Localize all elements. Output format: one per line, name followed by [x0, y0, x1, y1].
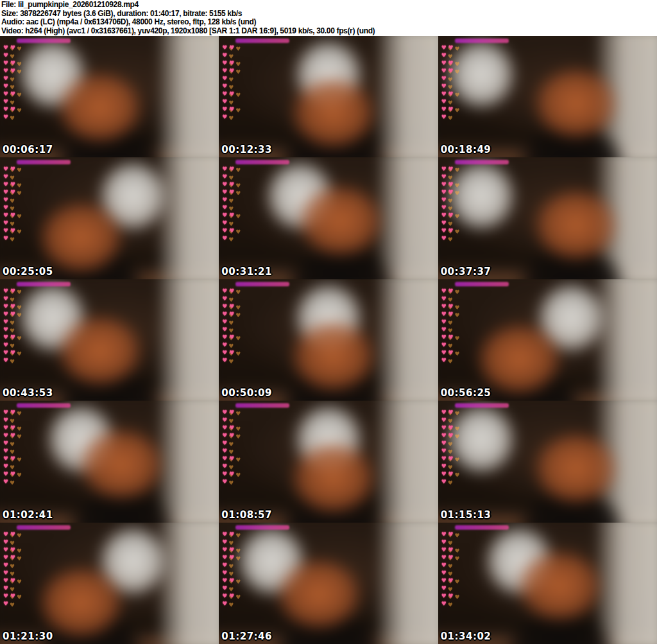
thumbnail-abstract-frame: [0, 523, 219, 644]
stream-title-overlay: [17, 282, 71, 286]
video-thumbnail[interactable]: ♥ ♥ ♥ ♥ ♥ ♥ ♥ ♥ ♥ ♥ ♥ ♥ ♥ ♥ ♥ 01:21:30: [0, 523, 219, 644]
size-info-line: Size: 3878226747 bytes (3.6 GiB), durati…: [1, 10, 657, 19]
timestamp-overlay: 01:02:41: [3, 509, 53, 521]
thumbnail-abstract-frame: [438, 36, 657, 157]
timestamp-overlay: 01:27:46: [221, 631, 272, 642]
timestamp-overlay: 00:50:09: [221, 387, 272, 399]
thumbnail-grid: ♥ ♥ ♥ ♥ ♥ ♥ ♥ ♥ ♥ ♥ ♥ ♥ ♥ ♥ ♥ 00:06:17 ♥…: [0, 36, 657, 644]
video-thumbnail[interactable]: ♥ ♥ ♥ ♥ ♥ ♥ ♥ ♥ ♥ ♥ ♥ ♥ ♥ ♥ ♥ 00:06:17: [0, 36, 219, 157]
timestamp-overlay: 00:56:25: [441, 387, 491, 399]
video-info-line: Video: h264 (High) (avc1 / 0x31637661), …: [1, 27, 657, 36]
stream-title-overlay: [235, 403, 289, 408]
file-info-line: File: lil_pumpkinpie_202601210928.mp4: [1, 1, 657, 10]
media-info-header: File: lil_pumpkinpie_202601210928.mp4 Si…: [0, 0, 657, 36]
video-thumbnail[interactable]: ♥ ♥ ♥ ♥ ♥ ♥ ♥ ♥ ♥ ♥ ♥ ♥ ♥ ♥ ♥ 01:15:13: [438, 401, 657, 522]
video-thumbnail[interactable]: ♥ ♥ ♥ ♥ ♥ ♥ ♥ ♥ ♥ ♥ ♥ ♥ ♥ ♥ ♥ 00:50:09: [219, 279, 438, 401]
timestamp-overlay: 00:37:37: [441, 266, 491, 277]
stream-title-overlay: [17, 403, 71, 408]
video-thumbnail[interactable]: ♥ ♥ ♥ ♥ ♥ ♥ ♥ ♥ ♥ ♥ ♥ ♥ ♥ ♥ ♥ 00:31:21: [219, 157, 438, 279]
video-thumbnail[interactable]: ♥ ♥ ♥ ♥ ♥ ♥ ♥ ♥ ♥ ♥ ♥ ♥ ♥ ♥ ♥ 01:08:57: [219, 401, 438, 522]
thumbnail-abstract-frame: [219, 157, 438, 279]
thumbnail-abstract-frame: [0, 401, 219, 522]
stream-title-overlay: [17, 160, 71, 164]
video-thumbnail[interactable]: ♥ ♥ ♥ ♥ ♥ ♥ ♥ ♥ ♥ ♥ ♥ ♥ ♥ ♥ ♥ 00:43:53: [0, 279, 219, 401]
stream-title-overlay: [17, 39, 71, 43]
video-thumbnail[interactable]: ♥ ♥ ♥ ♥ ♥ ♥ ♥ ♥ ♥ ♥ ♥ ♥ ♥ ♥ ♥ 00:25:05: [0, 157, 219, 279]
thumbnail-abstract-frame: [0, 157, 219, 279]
thumbnail-abstract-frame: [0, 279, 219, 401]
thumbnail-abstract-frame: [438, 279, 657, 401]
timestamp-overlay: 00:43:53: [3, 387, 53, 399]
video-thumbnail[interactable]: ♥ ♥ ♥ ♥ ♥ ♥ ♥ ♥ ♥ ♥ ♥ ♥ ♥ ♥ ♥ 01:34:02: [438, 523, 657, 644]
thumbnail-abstract-frame: [438, 401, 657, 522]
thumbnail-abstract-frame: [219, 279, 438, 401]
video-thumbnail[interactable]: ♥ ♥ ♥ ♥ ♥ ♥ ♥ ♥ ♥ ♥ ♥ ♥ ♥ ♥ ♥ 01:27:46: [219, 523, 438, 644]
timestamp-overlay: 00:18:49: [441, 144, 491, 155]
timestamp-overlay: 01:08:57: [221, 509, 272, 521]
stream-title-overlay: [455, 39, 509, 43]
thumbnail-abstract-frame: [219, 523, 438, 644]
thumbnail-abstract-frame: [219, 401, 438, 522]
timestamp-overlay: 00:06:17: [3, 144, 53, 155]
audio-info-line: Audio: aac (LC) (mp4a / 0x6134706D), 480…: [1, 18, 657, 27]
stream-title-overlay: [235, 282, 289, 286]
stream-title-overlay: [17, 525, 71, 530]
video-thumbnail[interactable]: ♥ ♥ ♥ ♥ ♥ ♥ ♥ ♥ ♥ ♥ ♥ ♥ ♥ ♥ ♥ 00:12:33: [219, 36, 438, 157]
thumbnail-abstract-frame: [438, 157, 657, 279]
stream-title-overlay: [235, 39, 289, 43]
timestamp-overlay: 01:21:30: [3, 631, 53, 642]
video-thumbnail[interactable]: ♥ ♥ ♥ ♥ ♥ ♥ ♥ ♥ ♥ ♥ ♥ ♥ ♥ ♥ ♥ 00:18:49: [438, 36, 657, 157]
thumbnail-abstract-frame: [0, 36, 219, 157]
timestamp-overlay: 01:34:02: [441, 631, 491, 642]
stream-title-overlay: [455, 525, 509, 530]
stream-title-overlay: [455, 282, 509, 286]
video-thumbnail[interactable]: ♥ ♥ ♥ ♥ ♥ ♥ ♥ ♥ ♥ ♥ ♥ ♥ ♥ ♥ ♥ 00:37:37: [438, 157, 657, 279]
contact-sheet: File: lil_pumpkinpie_202601210928.mp4 Si…: [0, 0, 657, 644]
video-thumbnail[interactable]: ♥ ♥ ♥ ♥ ♥ ♥ ♥ ♥ ♥ ♥ ♥ ♥ ♥ ♥ ♥ 01:02:41: [0, 401, 219, 522]
timestamp-overlay: 00:25:05: [3, 266, 53, 277]
stream-title-overlay: [455, 160, 509, 164]
stream-title-overlay: [235, 525, 289, 530]
stream-title-overlay: [235, 160, 289, 164]
thumbnail-abstract-frame: [438, 523, 657, 644]
timestamp-overlay: 00:31:21: [221, 266, 272, 277]
video-thumbnail[interactable]: ♥ ♥ ♥ ♥ ♥ ♥ ♥ ♥ ♥ ♥ ♥ ♥ ♥ ♥ ♥ 00:56:25: [438, 279, 657, 401]
stream-title-overlay: [455, 403, 509, 408]
timestamp-overlay: 00:12:33: [221, 144, 272, 155]
timestamp-overlay: 01:15:13: [441, 509, 491, 521]
thumbnail-abstract-frame: [219, 36, 438, 157]
